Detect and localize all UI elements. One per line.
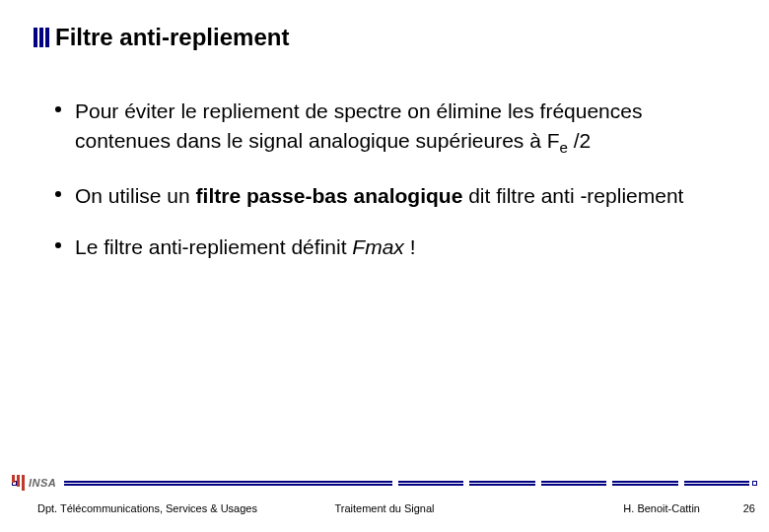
bullet-text-1: Pour éviter le repliement de spectre on … xyxy=(75,97,686,160)
italic-fragment: Fmax xyxy=(352,235,404,258)
page-number: 26 xyxy=(743,502,755,514)
bullet-icon xyxy=(55,106,61,112)
slide-title: Filtre anti-repliement xyxy=(55,24,289,51)
footer-right: H. Benoit-Cattin xyxy=(623,502,700,514)
footer-center: Traitement du Signal xyxy=(334,502,434,514)
bullet-text-3: Le filtre anti-repliement définit Fmax ! xyxy=(75,233,415,262)
text-fragment: Le filtre anti-repliement définit xyxy=(75,235,352,258)
logo-text: INSA xyxy=(29,477,56,489)
text-fragment: On utilise un xyxy=(75,184,196,207)
slide-body: Pour éviter le repliement de spectre on … xyxy=(55,97,686,284)
subscript: e xyxy=(560,140,568,157)
list-item: Pour éviter le repliement de spectre on … xyxy=(55,97,686,160)
divider-dashes xyxy=(64,481,749,486)
list-item: On utilise un filtre passe-bas analogiqu… xyxy=(55,181,686,211)
title-bullet-icon xyxy=(34,28,49,47)
slide: Filtre anti-repliement Pour éviter le re… xyxy=(0,0,769,532)
footer-bar: INSA xyxy=(12,475,757,491)
bold-fragment: filtre passe-bas analogique xyxy=(196,184,463,207)
slide-title-row: Filtre anti-repliement xyxy=(34,24,289,51)
text-fragment: Pour éviter le repliement de spectre on … xyxy=(75,100,642,152)
text-fragment: /2 xyxy=(568,129,591,152)
text-fragment: ! xyxy=(404,235,416,258)
logo-bars-icon xyxy=(12,475,25,491)
bullet-icon xyxy=(55,191,61,197)
bullet-icon xyxy=(55,242,61,248)
insa-logo: INSA xyxy=(12,475,56,491)
list-item: Le filtre anti-repliement définit Fmax ! xyxy=(55,233,686,262)
text-fragment: dit filtre anti -repliement xyxy=(462,184,683,207)
footer-left: Dpt. Télécommunications, Services & Usag… xyxy=(37,502,257,514)
bullet-text-2: On utilise un filtre passe-bas analogiqu… xyxy=(75,181,683,211)
